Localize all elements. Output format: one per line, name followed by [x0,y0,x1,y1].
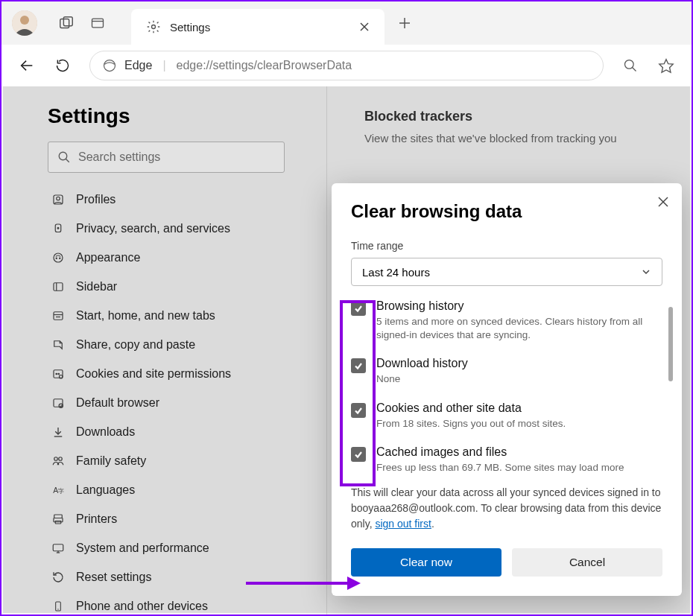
window-titlebar: Settings [1,1,692,45]
checkbox-row: Browsing history 5 items and more on syn… [351,299,662,342]
cancel-button[interactable]: Cancel [512,548,662,577]
svg-text:A: A [53,485,58,494]
sync-notice: This will clear your data across all you… [351,485,662,532]
sidebar-item-label: Appearance [76,251,140,264]
svg-rect-3 [63,17,72,26]
profile-avatar[interactable] [12,10,37,36]
sidebar-item[interactable]: Printers [48,504,304,533]
zoom-icon[interactable] [616,58,645,73]
checkbox[interactable] [351,301,366,316]
sidebar-item[interactable]: A字Languages [48,475,304,504]
close-dialog-button[interactable] [656,195,670,209]
svg-point-32 [58,373,60,375]
sidebar-item[interactable]: Privacy, search, and services [48,214,304,243]
checkbox[interactable] [351,358,366,373]
settings-heading: Settings [48,104,304,128]
svg-rect-27 [54,311,63,320]
sidebar-item-icon [51,512,66,526]
sidebar-item-icon: A字 [51,483,66,497]
timerange-value: Last 24 hours [362,266,430,279]
edge-logo-icon [102,58,117,73]
sidebar-item[interactable]: Family safety [48,446,304,475]
clear-now-button[interactable]: Clear now [351,548,501,577]
svg-point-21 [57,227,59,229]
checkbox-row: Cached images and files Frees up less th… [351,445,662,474]
svg-text:字: 字 [58,487,64,494]
search-settings-input[interactable] [78,150,275,164]
sidebar-item[interactable]: Cookies and site permissions [48,359,304,388]
blocked-trackers-subtext: View the sites that we've blocked from t… [364,132,692,145]
sidebar-item[interactable]: Profiles [48,185,304,214]
sidebar-item-label: Sidebar [76,280,117,293]
separator: | [162,59,165,72]
checkbox-row: Download history None [351,357,662,386]
close-tab-button[interactable] [355,17,374,36]
svg-line-17 [66,159,69,162]
sidebar-item-icon [51,251,66,264]
svg-point-1 [20,16,29,25]
sidebar-item-label: Share, copy and paste [76,338,195,352]
sidebar-item-label: Phone and other devices [76,600,208,613]
back-button[interactable] [12,51,42,80]
settings-sidebar: Settings ProfilesPrivacy, search, and se… [1,86,327,615]
checkbox-row: Cookies and other site data From 18 site… [351,401,662,431]
scrollbar-thumb[interactable] [668,307,673,381]
sidebar-item[interactable]: Share, copy and paste [48,330,304,359]
checkbox-desc: None [376,372,468,386]
new-tab-button[interactable] [398,16,411,30]
sidebar-item[interactable]: Start, home, and new tabs [48,301,304,330]
timerange-select[interactable]: Last 24 hours [351,258,662,286]
checkbox[interactable] [351,403,366,418]
checkbox[interactable] [351,447,366,462]
svg-rect-4 [92,19,104,28]
sidebar-item-label: System and performance [76,542,209,555]
svg-rect-45 [53,544,63,550]
sidebar-item-label: Downloads [76,425,135,439]
svg-rect-25 [54,282,63,290]
sign-out-link[interactable]: sign out first [375,518,431,530]
sidebar-item-icon [51,309,66,323]
chevron-down-icon [641,267,651,277]
checkbox-desc: Frees up less than 69.7 MB. Some sites m… [376,461,624,474]
svg-point-39 [59,457,63,460]
sidebar-item[interactable]: System and performance [48,533,304,562]
timerange-label: Time range [351,240,662,252]
sidebar-item-icon [51,280,66,293]
clear-browsing-data-dialog: Clear browsing data Time range Last 24 h… [332,183,682,596]
sidebar-item-icon [51,542,66,555]
sidebar-item-label: Privacy, search, and services [76,222,230,235]
sidebar-item[interactable]: Phone and other devices [48,591,304,615]
workspaces-icon[interactable] [51,15,82,31]
browser-tab[interactable]: Settings [131,9,385,45]
sidebar-item-label: Profiles [76,193,116,206]
favorite-icon[interactable] [651,57,681,74]
sidebar-item-icon [51,454,66,468]
sidebar-item[interactable]: Downloads [48,417,304,446]
svg-point-12 [104,60,116,72]
sidebar-item-icon [51,396,66,410]
dialog-title: Clear browsing data [351,201,662,222]
svg-point-23 [56,258,57,258]
svg-point-38 [54,457,58,460]
sidebar-item-icon [51,222,66,235]
svg-point-6 [152,25,156,29]
tab-actions-icon[interactable] [82,16,113,31]
sidebar-item[interactable]: Reset settings [48,562,304,591]
sidebar-item-icon [51,193,66,206]
sidebar-item-icon [51,600,66,613]
search-settings-field[interactable] [48,142,285,173]
sidebar-item[interactable]: Default browser [48,388,304,417]
sidebar-item-icon [51,338,66,352]
sidebar-item-label: Default browser [76,396,159,410]
svg-rect-42 [54,515,63,518]
sidebar-item-label: Printers [76,512,117,526]
svg-point-31 [56,373,57,375]
sidebar-item-label: Cookies and site permissions [76,367,231,381]
blocked-trackers-heading: Blocked trackers [364,109,692,124]
sidebar-item-icon [51,571,66,584]
address-bar: Edge | edge://settings/clearBrowserData [1,45,692,86]
sidebar-item[interactable]: Appearance [48,243,304,272]
address-field[interactable]: Edge | edge://settings/clearBrowserData [89,51,604,80]
sidebar-item[interactable]: Sidebar [48,272,304,301]
refresh-button[interactable] [48,51,77,80]
